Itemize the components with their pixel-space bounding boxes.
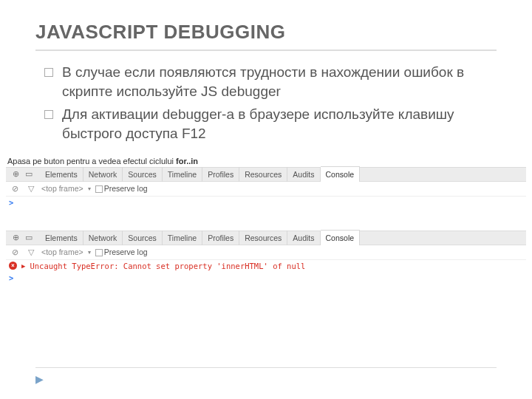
prompt-icon: > xyxy=(9,273,16,282)
checkbox-icon xyxy=(95,185,103,193)
preserve-log-checkbox[interactable]: Preserve log xyxy=(95,184,148,193)
tab-audits[interactable]: Audits xyxy=(287,167,320,182)
slide-footer: ▶ xyxy=(35,367,497,386)
console-error-row[interactable]: × ▶ Uncaught TypeError: Cannot set prope… xyxy=(6,260,526,272)
checkbox-icon xyxy=(95,249,103,256)
caption-bold: for..in xyxy=(176,157,198,166)
device-icon[interactable]: ▭ xyxy=(22,233,35,242)
tab-resources[interactable]: Resources xyxy=(239,231,287,245)
tab-timeline[interactable]: Timeline xyxy=(163,167,202,182)
page-title: JAVASCRIPT DEBUGGING xyxy=(35,21,497,51)
devtools-tabbar: ⊕ ▭ Elements Network Sources Timeline Pr… xyxy=(6,231,526,245)
tab-network[interactable]: Network xyxy=(83,167,123,182)
tab-profiles[interactable]: Profiles xyxy=(202,231,239,245)
tab-sources[interactable]: Sources xyxy=(123,231,163,245)
filter-icon[interactable]: ▽ xyxy=(25,248,37,256)
devtools-panel-2: ⊕ ▭ Elements Network Sources Timeline Pr… xyxy=(6,231,526,284)
preserve-log-checkbox[interactable]: Preserve log xyxy=(95,248,148,256)
devtools-panel-1: Apasa pe buton pentru a vedea efectul ci… xyxy=(6,157,526,208)
tab-console[interactable]: Console xyxy=(321,230,361,245)
frame-selector[interactable]: <top frame> xyxy=(41,184,83,193)
chevron-down-icon[interactable]: ▾ xyxy=(88,249,91,256)
caption: Apasa pe buton pentru a vedea efectul ci… xyxy=(6,157,526,166)
prompt-icon: > xyxy=(9,198,16,207)
preserve-log-label: Preserve log xyxy=(104,248,148,256)
tab-resources[interactable]: Resources xyxy=(239,167,287,182)
preserve-log-label: Preserve log xyxy=(104,184,148,193)
error-text: Uncaught TypeError: Cannot set property … xyxy=(30,262,305,270)
footer-arrow-icon: ▶ xyxy=(35,373,44,385)
devtools-tabbar: ⊕ ▭ Elements Network Sources Timeline Pr… xyxy=(6,167,526,182)
error-icon: × xyxy=(9,262,17,270)
tab-elements[interactable]: Elements xyxy=(40,167,83,182)
inspect-icon[interactable]: ⊕ xyxy=(9,169,22,179)
caption-text: Apasa pe buton pentru a vedea efectul ci… xyxy=(7,157,176,166)
tab-audits[interactable]: Audits xyxy=(287,231,320,245)
console-toolbar: ⊘ ▽ <top frame> ▾ Preserve log xyxy=(6,182,526,197)
device-icon[interactable]: ▭ xyxy=(22,169,35,179)
tab-network[interactable]: Network xyxy=(83,231,123,245)
bullet-list: В случае если появляются трудности в нах… xyxy=(35,63,497,143)
filter-icon[interactable]: ▽ xyxy=(25,184,37,193)
tab-profiles[interactable]: Profiles xyxy=(202,167,239,182)
tab-elements[interactable]: Elements xyxy=(40,231,83,245)
devtools-tabs: Elements Network Sources Timeline Profil… xyxy=(40,167,360,182)
error-arrow-icon: ▶ xyxy=(21,262,25,270)
devtools-tabs: Elements Network Sources Timeline Profil… xyxy=(40,231,360,245)
console-output[interactable]: > xyxy=(6,197,526,208)
frame-selector[interactable]: <top frame> xyxy=(41,248,83,256)
console-toolbar: ⊘ ▽ <top frame> ▾ Preserve log xyxy=(6,245,526,260)
inspect-icon[interactable]: ⊕ xyxy=(9,233,22,242)
console-output[interactable]: > xyxy=(6,272,526,284)
clear-icon[interactable]: ⊘ xyxy=(9,184,21,193)
tab-console[interactable]: Console xyxy=(321,166,361,182)
chevron-down-icon[interactable]: ▾ xyxy=(88,185,91,192)
tab-timeline[interactable]: Timeline xyxy=(163,231,202,245)
tab-sources[interactable]: Sources xyxy=(123,167,163,182)
clear-icon[interactable]: ⊘ xyxy=(9,248,21,256)
list-item: Для активации debugger-а в браузере испо… xyxy=(44,105,497,143)
list-item: В случае если появляются трудности в нах… xyxy=(44,63,497,100)
